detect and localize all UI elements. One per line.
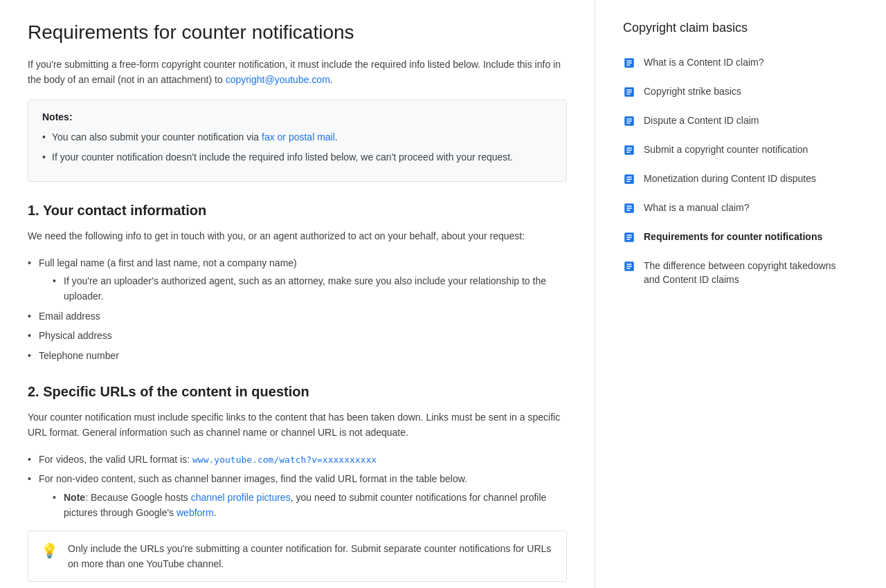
intro-text-end: . (330, 74, 333, 85)
sidebar-item-monetization[interactable]: Monetization during Content ID disputes (623, 165, 838, 194)
sidebar-item-manual-claim[interactable]: What is a manual claim? (623, 194, 838, 223)
page-title: Requirements for counter notifications (28, 21, 567, 44)
sidebar-item-difference[interactable]: The difference between copyright takedow… (623, 252, 838, 293)
notes-item-1: You can also submit your counter notific… (42, 129, 552, 145)
fax-postal-link[interactable]: fax or postal mail (262, 131, 335, 143)
section-1-item-1: Full legal name (a first and last name, … (28, 255, 567, 304)
sidebar-label-6: What is a manual claim? (644, 201, 750, 215)
section-2-list: For videos, the valid URL format is: www… (28, 452, 567, 521)
sidebar-label-1: What is a Content ID claim? (644, 56, 764, 70)
main-content: Requirements for counter notifications I… (0, 0, 595, 588)
sidebar-item-dispute-content-id[interactable]: Dispute a Content ID claim (623, 107, 838, 136)
section-2-intro: Your counter notification must include s… (28, 410, 567, 441)
section-2-heading: 2. Specific URLs of the content in quest… (28, 384, 567, 400)
section-1-heading: 1. Your contact information (28, 203, 567, 219)
sidebar-label-2: Copyright strike basics (644, 85, 741, 99)
section-1-sub-item-1: If you're an uploader's authorized agent… (53, 273, 567, 304)
sidebar-item-requirements[interactable]: Requirements for counter notifications (623, 223, 838, 252)
lightbulb-icon: 💡 (41, 542, 58, 559)
doc-icon-6 (623, 202, 635, 217)
channel-profile-link[interactable]: channel profile pictures (191, 492, 291, 503)
section-2-sub-list: Note: Because Google hosts channel profi… (39, 490, 567, 521)
doc-icon-3 (623, 115, 635, 129)
sidebar-title: Copyright claim basics (623, 21, 838, 35)
notes-title: Notes: (42, 111, 552, 122)
sidebar: Copyright claim basics What is a Content… (595, 0, 858, 588)
tip-text: Only include the URLs you're submitting … (68, 541, 554, 572)
sidebar-nav: What is a Content ID claim? Copyright st… (623, 49, 838, 293)
section-2-item-2: For non-video content, such as channel b… (28, 471, 567, 520)
notes-item-1-text: You can also submit your counter notific… (52, 131, 262, 143)
section-1-item-4: Telephone number (28, 348, 567, 363)
doc-icon-5 (623, 173, 635, 187)
doc-icon-1 (623, 57, 635, 71)
url-format-code: www.youtube.com/watch?v=xxxxxxxxxx (192, 454, 377, 465)
doc-icon-4 (623, 144, 635, 158)
webform-link[interactable]: webform (177, 507, 214, 518)
doc-icon-2 (623, 86, 635, 100)
section-1-item-2: Email address (28, 309, 567, 324)
doc-icon-8 (623, 260, 635, 275)
section-1-sub-list-1: If you're an uploader's authorized agent… (39, 273, 567, 304)
sidebar-label-5: Monetization during Content ID disputes (644, 172, 816, 186)
sidebar-label-7: Requirements for counter notifications (644, 230, 822, 244)
sidebar-label-4: Submit a copyright counter notification (644, 143, 808, 157)
tip-box: 💡 Only include the URLs you're submittin… (28, 531, 567, 582)
sidebar-item-submit-counter[interactable]: Submit a copyright counter notification (623, 136, 838, 165)
section-2: 2. Specific URLs of the content in quest… (28, 384, 567, 582)
sidebar-label-3: Dispute a Content ID claim (644, 114, 759, 128)
section-2-sub-item-1: Note: Because Google hosts channel profi… (53, 490, 567, 521)
section-1: 1. Your contact information We need the … (28, 203, 567, 363)
email-link[interactable]: copyright@youtube.com (226, 74, 330, 85)
notes-box: Notes: You can also submit your counter … (28, 100, 567, 182)
section-1-list: Full legal name (a first and last name, … (28, 255, 567, 363)
sidebar-item-content-id-claim[interactable]: What is a Content ID claim? (623, 49, 838, 78)
section-2-item-1: For videos, the valid URL format is: www… (28, 452, 567, 468)
intro-paragraph: If you're submitting a free-form copyrig… (28, 57, 567, 88)
doc-icon-7 (623, 231, 635, 246)
sidebar-item-copyright-basics[interactable]: Copyright strike basics (623, 78, 838, 107)
notes-list: You can also submit your counter notific… (42, 129, 552, 165)
section-1-item-3: Physical address (28, 328, 567, 343)
sidebar-label-8: The difference between copyright takedow… (644, 259, 838, 286)
notes-item-2-text: If your counter notification doesn't inc… (52, 151, 513, 163)
notes-item-2: If your counter notification doesn't inc… (42, 149, 552, 165)
section-1-intro: We need the following info to get in tou… (28, 228, 567, 244)
